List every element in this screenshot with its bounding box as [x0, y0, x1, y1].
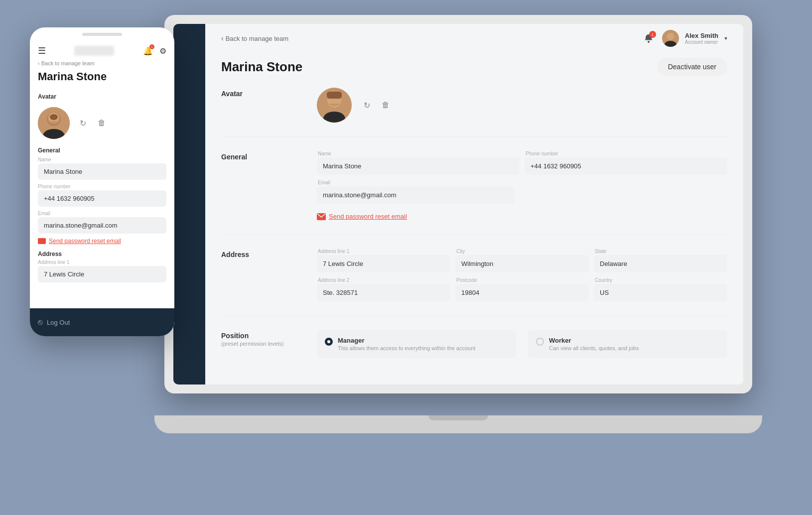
worker-radio-button[interactable]	[536, 338, 544, 346]
svg-point-5	[648, 41, 650, 43]
phone-avatar-buttons: ↻ 🗑	[76, 116, 109, 130]
envelope-svg	[317, 213, 326, 220]
laptop-base-notch	[428, 415, 488, 420]
address2-field-group: Address line 2	[317, 277, 450, 301]
page-title: Marina Stone	[221, 59, 302, 75]
back-chevron-icon: ‹	[221, 34, 224, 42]
phone-phone-input[interactable]	[38, 190, 166, 207]
phone-firstname-field: Name	[38, 157, 166, 180]
phone-header: ☰ 🔔 1 ⚙	[30, 41, 174, 60]
avatar-refresh-icon[interactable]: ↻	[360, 98, 374, 112]
manager-radio-button[interactable]	[325, 338, 333, 346]
notification-bell-icon[interactable]: 1	[641, 31, 656, 46]
address2-label: Address line 2	[317, 277, 450, 283]
phone-send-password-link[interactable]: Send password reset email	[38, 238, 166, 245]
user-info: Alex Smith Account owner	[685, 32, 718, 45]
send-password-link[interactable]: Send password reset email	[317, 213, 727, 220]
phone-logout-label[interactable]: Log Out	[47, 319, 70, 326]
user-avatar-svg	[662, 30, 679, 47]
address1-label: Address line 1	[317, 249, 450, 254]
phone-firstname-input[interactable]	[38, 163, 166, 180]
email-field-group: Email	[317, 180, 514, 204]
general-fields-grid: Name Phone number Email	[317, 151, 727, 220]
position-worker-option[interactable]: Worker Can view all clients, quotes, and…	[528, 330, 727, 358]
svg-rect-13	[327, 92, 342, 99]
phone-back-link[interactable]: ‹ Back to manage team	[30, 60, 174, 68]
phone-status-bar	[30, 27, 174, 41]
main-content: ‹ Back to manage team 1	[205, 24, 743, 385]
svg-point-7	[667, 33, 674, 40]
phone-field-group: Phone number	[525, 151, 727, 175]
email-input[interactable]	[317, 186, 514, 204]
person-avatar-svg	[38, 107, 70, 139]
phone-address-input[interactable]	[38, 266, 166, 282]
phone-avatar-refresh-icon[interactable]: ↻	[76, 116, 90, 130]
avatar-delete-icon[interactable]: 🗑	[379, 98, 393, 112]
phone-avatar-delete-icon[interactable]: 🗑	[95, 116, 109, 130]
deactivate-user-button[interactable]: Deactivate user	[657, 58, 727, 76]
phone-avatar-row: ↻ 🗑	[30, 103, 174, 143]
phone-phone-field: Phone number	[38, 184, 166, 207]
user-avatar-icon	[662, 30, 679, 47]
phone-address-label: Address line 1	[38, 259, 166, 265]
email-envelope-icon	[317, 213, 326, 220]
address-row-2: Address line 2 Postcode Country	[317, 277, 727, 301]
position-options: Manager This allows them access to every…	[317, 330, 727, 358]
laptop-base	[154, 415, 762, 433]
address-section-label: Address	[221, 249, 301, 301]
state-label: State	[594, 249, 727, 254]
avatar-row: ↻ 🗑	[317, 88, 727, 123]
name-input[interactable]	[317, 157, 520, 175]
phone-logout-icon: ⎋	[38, 318, 43, 327]
general-section-label: General	[221, 151, 301, 220]
phone-field-label: Phone number	[525, 151, 727, 156]
top-bar: ‹ Back to manage team 1	[205, 24, 743, 53]
phone-settings-icon[interactable]: ⚙	[159, 46, 166, 56]
avatar-image	[317, 88, 352, 123]
phone-avatar-image	[38, 107, 70, 139]
phone-address-section-label: Address	[30, 247, 174, 259]
city-input[interactable]	[455, 255, 589, 272]
phone-email-input[interactable]	[38, 217, 166, 234]
general-section: General Name Phone number	[221, 151, 727, 235]
user-role: Account owner	[685, 39, 718, 45]
city-label: City	[455, 249, 589, 254]
phone-notif-badge: 1	[149, 44, 154, 49]
back-to-team-link[interactable]: ‹ Back to manage team	[221, 34, 288, 42]
phone-input[interactable]	[525, 157, 727, 175]
address-section-content: Address line 1 City State	[317, 249, 727, 301]
user-name: Alex Smith	[685, 32, 718, 39]
laptop-mockup: ‹ Back to manage team 1	[154, 15, 762, 433]
avatar-svg	[317, 88, 352, 123]
postcode-input[interactable]	[455, 284, 589, 301]
phone-phone-label: Phone number	[38, 184, 166, 189]
city-field-group: City	[455, 249, 589, 272]
svg-point-4	[50, 114, 58, 120]
phone-general-section-label: General	[30, 143, 174, 157]
avatar-section-content: ↻ 🗑	[317, 88, 727, 123]
name-phone-row: Name Phone number	[317, 151, 727, 175]
avatar-section-label: Avatar	[221, 88, 301, 123]
phone-avatar-section-label: Avatar	[30, 89, 174, 103]
position-manager-option[interactable]: Manager This allows them access to every…	[317, 330, 516, 358]
hamburger-icon[interactable]: ☰	[38, 45, 46, 56]
address1-input[interactable]	[317, 255, 450, 272]
country-label: Country	[594, 277, 727, 283]
back-chevron-icon: ‹	[38, 60, 40, 66]
phone-email-icon	[38, 238, 46, 244]
laptop-screen: ‹ Back to manage team 1	[173, 24, 743, 385]
state-input[interactable]	[594, 255, 727, 272]
notification-badge: 1	[649, 31, 656, 38]
phone-header-icons: 🔔 1 ⚙	[142, 45, 166, 56]
page-header: Marina Stone Deactivate user	[221, 58, 727, 76]
phone-notification-icon[interactable]: 🔔 1	[142, 45, 153, 56]
worker-position-text: Worker Can view all clients, quotes, and…	[549, 337, 639, 351]
postcode-field-group: Postcode	[455, 277, 589, 301]
user-dropdown-chevron-icon[interactable]: ▾	[724, 35, 727, 42]
phone-notch	[82, 33, 122, 36]
address2-input[interactable]	[317, 284, 450, 301]
phone-email-field: Email	[38, 211, 166, 234]
position-section-label: Position (preset permission levels)	[221, 330, 301, 358]
avatar-section: Avatar	[221, 88, 727, 137]
country-input[interactable]	[594, 284, 727, 301]
